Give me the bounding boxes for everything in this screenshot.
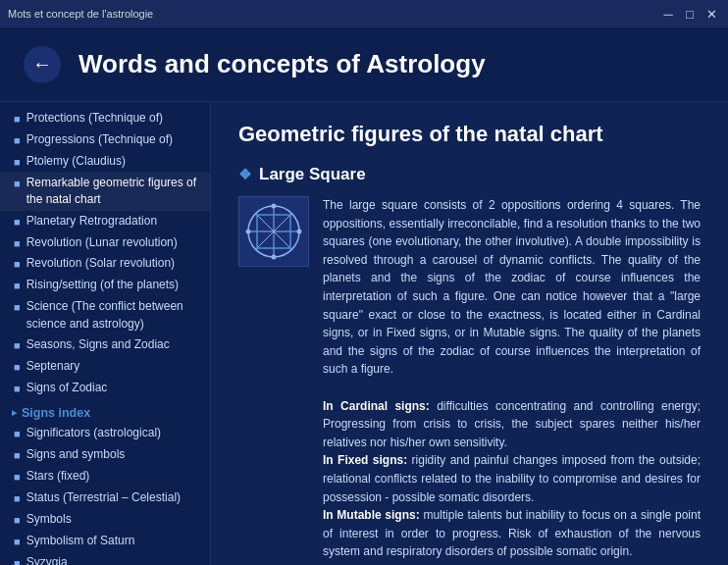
sidebar-item-retrogradation[interactable]: ■ Planetary Retrogradation bbox=[0, 211, 210, 232]
bullet-icon: ■ bbox=[14, 133, 21, 149]
svg-point-8 bbox=[246, 230, 251, 234]
sidebar-item-protections[interactable]: ■ Protections (Technique of) bbox=[0, 108, 210, 129]
bullet-icon: ■ bbox=[14, 513, 21, 529]
main-area: ■ Protections (Technique of) ■ Progressi… bbox=[0, 102, 728, 565]
bullet-icon: ■ bbox=[14, 427, 21, 442]
sidebar-item-progressions[interactable]: ■ Progressions (Technique of) bbox=[0, 129, 210, 151]
sidebar-item-stars[interactable]: ■ Stars (fixed) bbox=[0, 466, 210, 488]
bullet-icon: ■ bbox=[14, 177, 21, 192]
sidebar: ■ Protections (Technique of) ■ Progressi… bbox=[0, 102, 211, 565]
large-square-section: The large square consists of 2 oppositio… bbox=[238, 196, 701, 561]
sidebar-item-science[interactable]: ■ Science (The conflict between science … bbox=[0, 296, 210, 334]
bullet-icon: ■ bbox=[14, 338, 21, 354]
sidebar-item-syzygia[interactable]: ■ Syzygia bbox=[0, 552, 210, 565]
minimize-button[interactable]: ─ bbox=[659, 5, 677, 23]
bullet-icon: ■ bbox=[14, 155, 21, 171]
section-title-large-square: ❖ Large Square bbox=[238, 165, 701, 184]
titlebar-title: Mots et concept de l'astrologie bbox=[8, 8, 153, 20]
content-main-title: Geometric figures of the natal chart bbox=[238, 122, 701, 147]
bullet-icon: ■ bbox=[14, 470, 21, 486]
header-title: Words and concepts of Astrology bbox=[78, 49, 486, 79]
mutable-label: In Mutable signs: bbox=[323, 508, 420, 522]
large-square-figure bbox=[238, 196, 309, 267]
titlebar: Mots et concept de l'astrologie ─ □ ✕ bbox=[0, 0, 728, 27]
bullet-icon: ■ bbox=[14, 448, 21, 464]
content-area: Geometric figures of the natal chart ❖ L… bbox=[211, 102, 728, 565]
bullet-icon: ■ bbox=[14, 279, 21, 294]
large-square-text: The large square consists of 2 oppositio… bbox=[323, 196, 701, 561]
sidebar-item-septenary[interactable]: ■ Septenary bbox=[0, 356, 210, 378]
back-button[interactable]: ← bbox=[24, 46, 61, 83]
svg-point-7 bbox=[272, 255, 277, 260]
sidebar-item-solar-rev[interactable]: ■ Revolution (Solar revolution) bbox=[0, 253, 210, 275]
arrow-icon: ▸ bbox=[12, 407, 17, 418]
sidebar-item-symbolism-saturn[interactable]: ■ Symbolism of Saturn bbox=[0, 531, 210, 552]
bullet-icon: ■ bbox=[14, 300, 21, 316]
sidebar-item-ptolemy[interactable]: ■ Ptolemy (Claudius) bbox=[0, 151, 210, 173]
bullet-icon: ■ bbox=[14, 382, 21, 397]
bullet-icon: ■ bbox=[14, 236, 21, 252]
sidebar-item-signs-symbols[interactable]: ■ Signs and symbols bbox=[0, 444, 210, 466]
svg-point-6 bbox=[272, 204, 277, 209]
bullet-icon: ■ bbox=[14, 556, 21, 565]
bullet-icon: ■ bbox=[14, 112, 21, 128]
bullet-icon: ■ bbox=[14, 360, 21, 376]
bullet-icon: ■ bbox=[14, 257, 21, 273]
sidebar-item-symbols[interactable]: ■ Symbols bbox=[0, 509, 210, 531]
bullet-icon: ■ bbox=[14, 215, 21, 231]
header: ← Words and concepts of Astrology bbox=[0, 27, 728, 102]
titlebar-controls: ─ □ ✕ bbox=[659, 5, 720, 23]
maximize-button[interactable]: □ bbox=[681, 5, 699, 23]
bullet-icon: ■ bbox=[14, 491, 21, 507]
sidebar-item-remarkable[interactable]: ■ Remarkable geometric figures of the na… bbox=[0, 173, 210, 211]
sidebar-item-significators[interactable]: ■ Significators (astrological) bbox=[0, 423, 210, 444]
sidebar-item-seasons[interactable]: ■ Seasons, Signs and Zodiac bbox=[0, 334, 210, 356]
bullet-icon: ■ bbox=[14, 535, 21, 550]
diamond-icon: ❖ bbox=[238, 166, 251, 183]
sidebar-section-signs-index[interactable]: ▸ Signs index bbox=[0, 399, 210, 423]
sidebar-item-status[interactable]: ■ Status (Terrestrial – Celestial) bbox=[0, 488, 210, 509]
sidebar-item-rising[interactable]: ■ Rising/setting (of the planets) bbox=[0, 275, 210, 296]
close-button[interactable]: ✕ bbox=[702, 5, 720, 23]
fixed-label: In Fixed signs: bbox=[323, 453, 407, 467]
svg-point-9 bbox=[297, 230, 302, 234]
sidebar-item-signs-zodiac[interactable]: ■ Signs of Zodiac bbox=[0, 378, 210, 399]
sidebar-item-lunar-rev[interactable]: ■ Revolution (Lunar revolution) bbox=[0, 232, 210, 254]
